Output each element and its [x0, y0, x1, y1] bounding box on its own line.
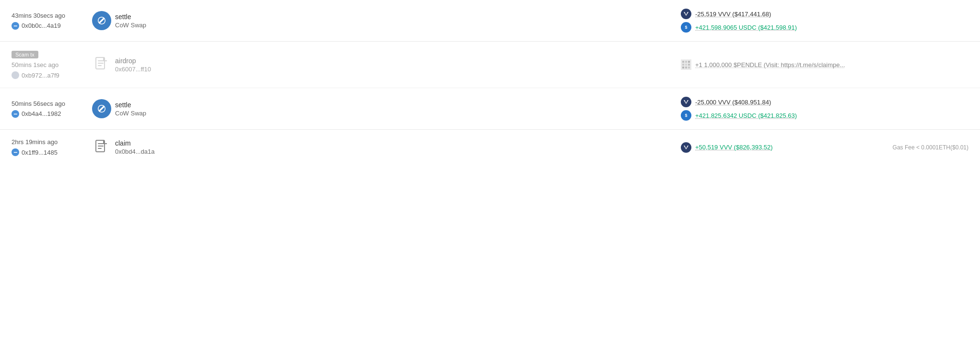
col-amounts: +1 1,000,000 $PENDLE (Visit: https://t.m…: [681, 59, 873, 70]
svg-rect-10: [688, 67, 690, 68]
col-time: 43mins 30secs ago 0x0b0c...4a19: [12, 12, 88, 30]
amount-row: $ +421,825.6342 USDC ($421,825.63): [681, 110, 873, 121]
col-method: airdrop 0x6007...ff10: [115, 57, 201, 73]
svg-rect-4: [688, 61, 690, 63]
table-row: Scam tx 50mins 1sec ago 0xb972...a7f9 ai…: [0, 42, 980, 88]
method-contract[interactable]: 0x0bd4...da1a: [115, 148, 201, 155]
time-text: 2hrs 19mins ago: [12, 138, 88, 146]
col-method: settle CoW Swap: [115, 101, 201, 117]
svg-rect-9: [685, 67, 687, 68]
vvv-token-icon: [681, 9, 691, 19]
time-text: 50mins 1sec ago: [12, 61, 88, 68]
table-row: 50mins 56secs ago 0xb4a4...1982 settle C…: [0, 88, 980, 130]
tx-hash-text: 0xb4a4...1982: [22, 110, 61, 117]
amount-value[interactable]: +421,598.9065 USDC ($421,598.91): [695, 24, 797, 31]
amount-value[interactable]: +50,519 VVV ($826,393.52): [695, 144, 773, 151]
method-name: settle: [115, 13, 201, 21]
tx-hash[interactable]: 0x0b0c...4a19: [12, 22, 88, 30]
col-method: claim 0x0bd4...da1a: [115, 139, 201, 155]
col-protocol-icon: [88, 139, 115, 156]
tx-hash[interactable]: 0x1ff9...1485: [12, 148, 88, 156]
amount-value[interactable]: +1 1,000,000 $PENDLE (Visit: https://t.m…: [695, 61, 845, 68]
col-protocol-icon: [88, 56, 115, 73]
amount-row: $ +421,598.9065 USDC ($421,598.91): [681, 22, 873, 33]
cowswap-icon: [92, 99, 111, 118]
method-name: claim: [115, 139, 201, 147]
svg-rect-5: [682, 64, 684, 66]
tx-minus-icon: [12, 22, 19, 30]
tx-hash[interactable]: 0xb972...a7f9: [12, 71, 88, 79]
doc-icon: [93, 56, 110, 73]
tx-hash-text: 0xb972...a7f9: [22, 72, 59, 79]
svg-rect-7: [688, 64, 690, 66]
amount-row: -25,519 VVV ($417,441.68): [681, 9, 873, 19]
gas-label: Gas Fee < 0.0001ETH($0.01): [893, 144, 968, 151]
cowswap-icon: [92, 11, 111, 30]
svg-rect-6: [685, 64, 687, 66]
scam-badge: Scam tx: [12, 51, 38, 58]
method-contract[interactable]: CoW Swap: [115, 110, 201, 117]
col-time: Scam tx 50mins 1sec ago 0xb972...a7f9: [12, 50, 88, 79]
col-amounts: -25,519 VVV ($417,441.68) $ +421,598.906…: [681, 9, 873, 33]
amount-value[interactable]: -25,000 VVV ($408,951.84): [695, 99, 771, 106]
method-name: airdrop: [115, 57, 201, 65]
amount-value[interactable]: +421,825.6342 USDC ($421,825.63): [695, 112, 797, 119]
method-contract[interactable]: CoW Swap: [115, 22, 201, 29]
col-amounts: -25,000 VVV ($408,951.84) $ +421,825.634…: [681, 97, 873, 121]
col-time: 2hrs 19mins ago 0x1ff9...1485: [12, 138, 88, 156]
col-protocol-icon: [88, 99, 115, 118]
doc-icon: [93, 139, 110, 156]
svg-rect-3: [685, 61, 687, 63]
col-method: settle CoW Swap: [115, 13, 201, 29]
transaction-list: 43mins 30secs ago 0x0b0c...4a19 settle C…: [0, 0, 980, 165]
vvv-token-icon: [681, 142, 691, 153]
amount-row: +50,519 VVV ($826,393.52): [681, 142, 873, 153]
vvv-token-icon: [681, 97, 691, 107]
method-contract[interactable]: 0x6007...ff10: [115, 66, 201, 73]
tx-hash-text: 0x0b0c...4a19: [22, 22, 61, 29]
usdc-token-icon: $: [681, 110, 691, 121]
col-protocol-icon: [88, 11, 115, 30]
table-row: 2hrs 19mins ago 0x1ff9...1485 claim 0x0b…: [0, 130, 980, 165]
tx-hash[interactable]: 0xb4a4...1982: [12, 110, 88, 118]
tx-minus-icon: [12, 110, 19, 118]
tx-minus-icon: [12, 148, 19, 156]
tx-hash-text: 0x1ff9...1485: [22, 149, 58, 156]
time-text: 43mins 30secs ago: [12, 12, 88, 19]
tx-circle-icon: [12, 71, 19, 79]
scam-token-icon: [681, 59, 691, 70]
svg-rect-8: [682, 67, 684, 68]
col-amounts: +50,519 VVV ($826,393.52): [681, 142, 873, 153]
amount-row: +1 1,000,000 $PENDLE (Visit: https://t.m…: [681, 59, 873, 70]
method-name: settle: [115, 101, 201, 109]
usdc-token-icon: $: [681, 22, 691, 33]
col-time: 50mins 56secs ago 0xb4a4...1982: [12, 100, 88, 118]
amount-row: -25,000 VVV ($408,951.84): [681, 97, 873, 107]
time-text: 50mins 56secs ago: [12, 100, 88, 107]
table-row: 43mins 30secs ago 0x0b0c...4a19 settle C…: [0, 0, 980, 42]
gas-fee: Gas Fee < 0.0001ETH($0.01): [873, 144, 968, 151]
amount-value[interactable]: -25,519 VVV ($417,441.68): [695, 11, 771, 18]
svg-rect-2: [682, 61, 684, 63]
